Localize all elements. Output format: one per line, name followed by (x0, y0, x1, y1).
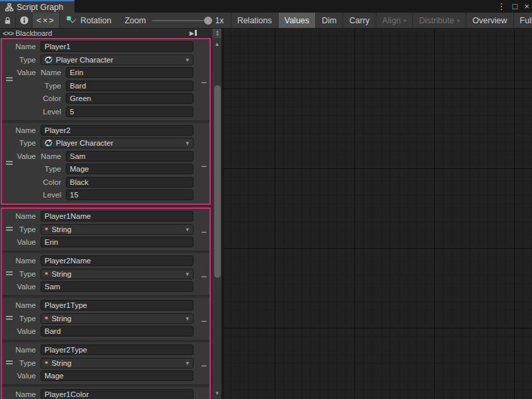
value-label: Value (5, 372, 41, 380)
variable-name-input[interactable] (41, 389, 194, 399)
blackboard-panel: − Name Type Player Character ▾ Value Nam… (0, 38, 211, 399)
string-type-icon: ● (45, 271, 48, 277)
dim-button[interactable]: Dim (315, 13, 342, 28)
scroll-down-small-icon[interactable]: ▼ (215, 33, 219, 37)
values-button[interactable]: Values (278, 13, 315, 28)
type-dropdown[interactable]: Player Character ▾ (41, 55, 194, 65)
value-label: Value (5, 283, 41, 291)
player-character-type-icon (45, 139, 53, 147)
zoom-slider[interactable] (152, 20, 211, 21)
zoom-slider-handle[interactable] (204, 17, 212, 25)
overview-button[interactable]: Overview (466, 13, 513, 28)
variable-name-input[interactable] (41, 344, 194, 355)
selection-box-string-variables[interactable]: − Name Type ● String ▾ Value − (1, 207, 211, 399)
variable-group-player1name: − Name Type ● String ▾ Value (2, 209, 209, 251)
remove-variable-button[interactable]: − (201, 316, 207, 326)
rotation-label: Rotation (80, 16, 112, 25)
remove-variable-button[interactable]: − (201, 161, 207, 171)
scroll-down-icon[interactable]: ▼ (212, 390, 222, 396)
name-label: Name (5, 390, 41, 398)
close-icon[interactable]: × (524, 0, 529, 13)
type-dropdown[interactable]: Player Character ▾ (41, 138, 194, 148)
string-type-icon: ● (45, 360, 48, 366)
variable-value-input[interactable] (41, 370, 194, 381)
type-value: Player Character (56, 139, 113, 147)
remove-variable-button[interactable]: − (201, 77, 207, 87)
lock-button[interactable] (0, 13, 16, 28)
variable-value-input[interactable] (41, 326, 194, 336)
drag-handle-icon[interactable] (6, 316, 13, 320)
dock-panel-icon[interactable]: ▶ (190, 30, 197, 37)
type-value: Player Character (56, 56, 113, 64)
field-input[interactable] (66, 93, 194, 104)
variable-group-player1color: Name (2, 387, 209, 399)
menu-dots-icon[interactable]: ⋮ (497, 0, 506, 13)
variable-value-input[interactable] (41, 281, 194, 292)
variable-name-input[interactable] (41, 211, 194, 221)
type-dropdown[interactable]: ● String ▾ (41, 358, 194, 368)
lock-icon (4, 17, 11, 25)
player-character-type-icon (45, 56, 53, 64)
type-label: Type (5, 139, 41, 147)
variable-value-input[interactable] (41, 237, 194, 247)
field-input[interactable] (66, 80, 194, 91)
variable-name-input[interactable] (41, 255, 194, 266)
info-icon (20, 16, 29, 25)
chevron-down-icon: ▾ (186, 57, 189, 63)
name-label: Name (5, 126, 41, 134)
variable-group-player2type: − Name Type ● String ▾ Value (2, 342, 209, 384)
remove-variable-button[interactable]: − (201, 360, 207, 370)
relations-button[interactable]: Relations (231, 13, 278, 28)
graph-canvas[interactable] (224, 29, 532, 399)
maximize-icon[interactable]: □ (513, 0, 518, 13)
chevron-down-icon: ▾ (186, 315, 189, 322)
variable-name-input[interactable] (41, 125, 194, 136)
script-graph-asset-button[interactable]: <×> (33, 13, 60, 28)
zoom-value: 1x (215, 16, 223, 25)
remove-variable-button[interactable]: − (201, 271, 207, 281)
info-button[interactable] (16, 13, 33, 28)
variable-group-player1: − Name Type Player Character ▾ Value Nam… (2, 39, 209, 120)
blackboard-scrollbar[interactable]: ▲ ▼ ▲ ▼ (211, 29, 221, 399)
variable-group-player1type: − Name Type ● String ▾ Value (2, 298, 209, 340)
field-input[interactable] (66, 106, 194, 117)
drag-handle-icon[interactable] (6, 227, 13, 231)
tab-script-graph[interactable]: Script Graph (0, 0, 74, 13)
drag-handle-icon[interactable] (6, 271, 13, 275)
script-graph-glyph-icon: <×> (37, 16, 55, 25)
graph-toolbar: <×> Rotation Zoom 1x Relations Values Di… (0, 13, 532, 29)
type-value: String (51, 315, 71, 323)
chevron-down-icon: ▾ (186, 226, 189, 233)
scrollbar-thumb[interactable] (214, 85, 221, 278)
value-label: Value (5, 68, 41, 76)
field-input[interactable] (66, 67, 194, 78)
drag-handle-icon[interactable] (6, 161, 13, 165)
distribute-dropdown-button[interactable]: Distribute ▾ (412, 13, 466, 28)
field-input[interactable] (66, 190, 194, 200)
align-dropdown-button[interactable]: Align ▾ (376, 13, 412, 28)
variable-name-input[interactable] (41, 41, 194, 52)
full-screen-button[interactable]: Full Screen (513, 13, 532, 28)
type-value: String (51, 359, 71, 367)
string-type-icon: ● (45, 226, 48, 232)
type-dropdown[interactable]: ● String ▾ (41, 313, 194, 324)
drag-handle-icon[interactable] (6, 360, 13, 364)
field-input[interactable] (66, 151, 194, 162)
type-value: String (51, 270, 71, 278)
type-dropdown[interactable]: ● String ▾ (41, 269, 194, 279)
type-label: Type (5, 56, 41, 64)
variable-name-input[interactable] (41, 300, 194, 311)
remove-variable-button[interactable]: − (201, 227, 207, 237)
field-input[interactable] (66, 164, 194, 174)
tab-title: Script Graph (17, 3, 63, 12)
carry-button[interactable]: Carry (342, 13, 376, 28)
name-label: Name (5, 346, 41, 354)
scroll-jump-buttons[interactable]: ▲ ▼ (213, 29, 222, 38)
drag-handle-icon[interactable] (6, 77, 13, 81)
blackboard-header: <×> Blackboard ▶ (0, 29, 211, 38)
field-input[interactable] (66, 177, 194, 188)
scroll-up-icon[interactable]: ▲ (212, 41, 222, 47)
selection-box-object-variables[interactable]: − Name Type Player Character ▾ Value Nam… (1, 38, 211, 205)
type-dropdown[interactable]: ● String ▾ (41, 224, 194, 235)
variable-group-player2: − Name Type Player Character ▾ Value Nam… (2, 123, 209, 204)
